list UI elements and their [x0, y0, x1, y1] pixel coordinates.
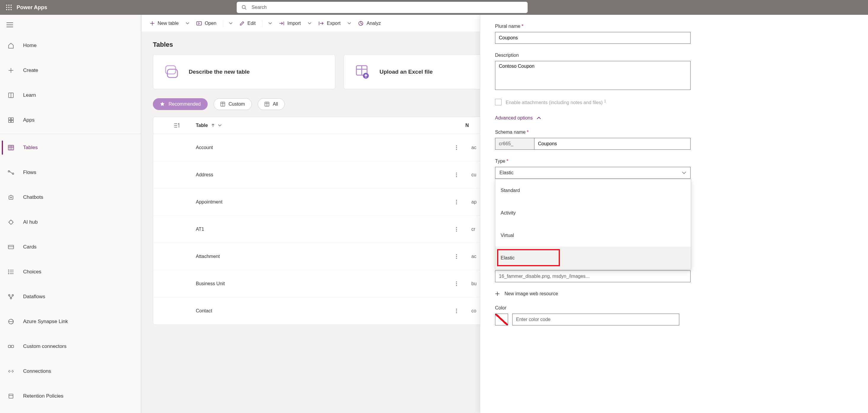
- nav-item-retention-policies[interactable]: Retention Policies: [0, 384, 141, 409]
- filter-recommended[interactable]: Recommended: [153, 98, 208, 110]
- new-image-resource-button[interactable]: New image web resource: [495, 291, 853, 297]
- svg-rect-47: [9, 394, 13, 398]
- new-table-chevron[interactable]: [183, 19, 192, 28]
- svg-point-40: [8, 273, 9, 274]
- table-icon: [265, 102, 269, 106]
- row-more-button[interactable]: [451, 145, 462, 150]
- new-table-button[interactable]: New table: [147, 18, 182, 28]
- svg-point-3: [6, 7, 7, 8]
- nav-item-tables[interactable]: Tables: [0, 135, 141, 160]
- type-option-elastic[interactable]: Elastic: [495, 247, 691, 269]
- filter-recommended-label: Recommended: [168, 101, 201, 107]
- row-more-button[interactable]: [451, 227, 462, 232]
- enable-attachments-checkbox[interactable]: Enable attachments (including notes and …: [495, 99, 853, 105]
- analyze-button[interactable]: Analyz: [355, 18, 384, 28]
- type-option-virtual[interactable]: Virtual: [495, 224, 691, 247]
- nav-item-label: Tables: [23, 145, 38, 150]
- nav-item-create[interactable]: Create: [0, 58, 141, 83]
- table-row-name: Contact: [193, 308, 451, 314]
- nav-item-custom-connectors[interactable]: Custom connectors: [0, 334, 141, 359]
- export-button[interactable]: Export: [315, 18, 343, 28]
- chevron-down-icon: [269, 22, 272, 25]
- chevron-down-icon: [308, 22, 311, 25]
- svg-point-81: [456, 203, 457, 204]
- svg-point-91: [456, 309, 457, 309]
- import-chevron[interactable]: [305, 19, 314, 28]
- import-button[interactable]: Import: [276, 18, 304, 28]
- edit-label: Edit: [247, 21, 256, 26]
- schema-name-input[interactable]: cr665_: [495, 138, 690, 150]
- row-more-button[interactable]: [451, 200, 462, 204]
- svg-point-29: [10, 197, 11, 198]
- svg-point-43: [10, 298, 12, 299]
- nav-item-home[interactable]: Home: [0, 33, 141, 58]
- home-icon: [7, 42, 15, 49]
- svg-point-74: [456, 147, 457, 148]
- type-select[interactable]: Elastic StandardActivityVirtualElastic: [495, 167, 690, 179]
- nav-item-chatbots[interactable]: Chatbots: [0, 185, 141, 210]
- svg-rect-28: [9, 196, 13, 199]
- table-icon: [220, 102, 225, 106]
- svg-point-88: [456, 281, 457, 282]
- open-button[interactable]: Open: [193, 18, 219, 28]
- row-more-button[interactable]: [451, 281, 462, 286]
- plus-icon: [150, 21, 155, 26]
- flow-icon: [7, 169, 15, 176]
- type-label: Type*: [495, 159, 853, 164]
- export-chevron[interactable]: [345, 19, 353, 28]
- image-path-input[interactable]: 16_fammer_disable.png, msdyn_/images...: [495, 270, 690, 282]
- color-swatch[interactable]: [495, 314, 508, 325]
- synapse-icon: [7, 318, 15, 325]
- svg-point-41: [8, 295, 10, 296]
- schema-name-field[interactable]: [534, 138, 690, 150]
- describe-table-card[interactable]: Describe the new table: [153, 55, 335, 89]
- table-row-name: AT1: [193, 227, 451, 232]
- filter-custom[interactable]: Custom: [214, 98, 252, 110]
- type-option-activity[interactable]: Activity: [495, 202, 691, 224]
- nav-item-learn[interactable]: Learn: [0, 83, 141, 108]
- svg-point-85: [456, 254, 457, 255]
- svg-rect-45: [8, 345, 11, 348]
- row-more-button[interactable]: [451, 254, 462, 259]
- nav-item-dataflows[interactable]: Dataflows: [0, 284, 141, 309]
- color-code-input[interactable]: [512, 314, 679, 325]
- nav-item-cards[interactable]: Cards: [0, 235, 141, 260]
- advanced-options-label: Advanced options: [495, 115, 533, 121]
- nav-item-azure-synapse-link[interactable]: Azure Synapse Link: [0, 309, 141, 334]
- nav-item-choices[interactable]: Choices: [0, 260, 141, 284]
- svg-point-90: [456, 285, 457, 286]
- table-icon: [7, 144, 15, 151]
- filter-custom-label: Custom: [229, 101, 245, 107]
- chevron-down-icon: [218, 124, 222, 127]
- nav-item-flows[interactable]: Flows: [0, 160, 141, 185]
- description-label: Description: [495, 53, 853, 58]
- edit-button[interactable]: Edit: [237, 18, 259, 28]
- more-vertical-icon: [456, 227, 457, 232]
- app-launcher-icon[interactable]: [4, 2, 14, 13]
- nav-item-connections[interactable]: Connections: [0, 359, 141, 384]
- search-input[interactable]: [251, 4, 523, 10]
- nav-item-label: Azure Synapse Link: [23, 319, 68, 324]
- search-box[interactable]: [237, 2, 528, 13]
- column-header-table-label: Table: [196, 123, 208, 128]
- plural-name-input[interactable]: [495, 32, 690, 44]
- open-chevron[interactable]: [227, 19, 235, 28]
- nav-collapse-button[interactable]: [0, 20, 141, 33]
- row-more-button[interactable]: [451, 172, 462, 177]
- plus-icon: [7, 67, 15, 74]
- import-label: Import: [287, 21, 301, 26]
- svg-point-5: [11, 7, 12, 8]
- sort-settings-icon[interactable]: [160, 123, 193, 128]
- open-icon: [196, 21, 202, 26]
- filter-all[interactable]: All: [258, 98, 285, 110]
- nav-item-apps[interactable]: Apps: [0, 108, 141, 133]
- row-more-button[interactable]: [451, 309, 462, 313]
- plus-icon: [495, 291, 500, 296]
- svg-point-86: [456, 256, 457, 257]
- edit-chevron[interactable]: [266, 19, 274, 28]
- type-option-standard[interactable]: Standard: [495, 179, 691, 202]
- description-input[interactable]: [495, 61, 690, 90]
- column-header-table[interactable]: Table: [193, 123, 451, 128]
- nav-item-ai-hub[interactable]: AI hub: [0, 210, 141, 235]
- advanced-options-toggle[interactable]: Advanced options: [495, 115, 853, 121]
